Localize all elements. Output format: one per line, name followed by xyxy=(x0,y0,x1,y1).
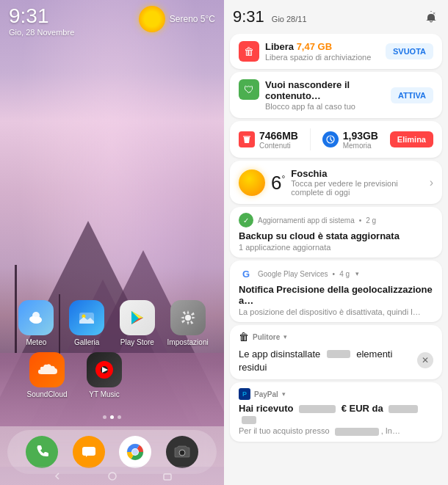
google-notification: G Google Play Services • 4 g ▾ Notifica … xyxy=(230,260,442,322)
page-dot-2 xyxy=(110,415,114,419)
backup-subtitle: 1 applicazione aggiornata xyxy=(239,243,433,252)
paypal-logo-icon: P xyxy=(239,388,250,400)
memory-stat: 1,93GB Memoria xyxy=(322,130,378,150)
weather-condition: Foschia xyxy=(291,168,429,179)
svg-point-12 xyxy=(132,449,138,455)
app-ytmusic[interactable]: YT Music xyxy=(83,352,126,398)
svg-text:✕: ✕ xyxy=(433,11,436,15)
storage-amount: 7,47 GB xyxy=(297,41,332,52)
nav-back[interactable] xyxy=(50,469,65,484)
paypal-header: P PayPal ▾ xyxy=(239,388,433,400)
backup-separator: • xyxy=(359,216,362,225)
pulitore-dropdown-icon[interactable]: ▾ xyxy=(283,333,287,340)
home-nav-bar xyxy=(0,467,224,485)
nav-home[interactable] xyxy=(105,469,120,484)
google-subtitle: La posizione del dispositivo è disattiva… xyxy=(239,307,433,316)
google-title: Notifica Precisione della geolocalizzazi… xyxy=(239,284,433,306)
app-playstore[interactable]: Play Store xyxy=(116,300,159,346)
appblock-text-block: Vuoi nascondere il contenuto… Blocco app… xyxy=(265,79,391,111)
appblock-title: Vuoi nascondere il contenuto… xyxy=(265,79,391,101)
pulitore-text-row: Le app disinstallate elementi residui xyxy=(239,347,417,373)
temp-value: 6 xyxy=(271,172,281,194)
content-stat: 7466MB Contenuti xyxy=(239,130,298,150)
dock-messages[interactable] xyxy=(73,436,105,468)
storage-subtitle: Libera spazio di archiviazione xyxy=(265,53,371,62)
paypal-dropdown-icon[interactable]: ▾ xyxy=(282,390,286,398)
appblock-shield-icon: 🛡 xyxy=(239,79,259,100)
ytmusic-icon xyxy=(87,352,122,387)
google-separator: • xyxy=(333,270,336,278)
nav-recent[interactable] xyxy=(160,469,175,484)
app-row-1: Meteo Galleria xyxy=(11,300,213,346)
paypal-eur-label: € EUR da xyxy=(342,403,383,414)
paypal-subtitle-text: Per il tuo acquisto presso xyxy=(239,426,330,435)
svg-point-3 xyxy=(31,318,41,324)
content-label: Contenuti xyxy=(259,142,298,150)
app-meteo[interactable]: Meteo xyxy=(15,300,57,346)
meteo-label: Meteo xyxy=(26,338,46,346)
backup-source: Aggiornamenti app di sistema xyxy=(258,216,355,225)
home-status-bar: 9:31 Gio, 28 Novembre Sereno 5°C xyxy=(0,0,224,37)
pulitore-title: Le app disinstallate xyxy=(239,349,320,360)
pulitore-source: Pulitore xyxy=(253,333,280,341)
paypal-in-label: , In… xyxy=(381,426,400,435)
notification-panel: 9:31 Gio 28/11 ✕ 🗑 Libera 7,47 xyxy=(224,0,448,485)
home-weather: Sereno 5°C xyxy=(139,6,215,32)
weather-info: 6° Foschia Tocca per vedere le prevision… xyxy=(239,168,430,197)
dock-camera[interactable] xyxy=(166,436,198,468)
pulitore-notification: 🗑 Pulitore ▾ Le app disinstallate elemen… xyxy=(230,325,442,379)
storage-text-block: Libera 7,47 GB Libera spazio di archivia… xyxy=(265,41,371,62)
notif-status-bar: 9:31 Gio 28/11 ✕ xyxy=(224,0,448,31)
backup-check-icon: ✓ xyxy=(239,213,253,227)
svuota-button[interactable]: SVUOTA xyxy=(386,43,433,59)
storage-trash-icon: 🗑 xyxy=(239,41,259,62)
pulitore-close-icon[interactable]: ✕ xyxy=(417,352,433,368)
appblock-info: 🛡 Vuoi nascondere il contenuto… Blocco a… xyxy=(239,79,391,111)
weather-card-content: 6° Foschia Tocca per vedere le prevision… xyxy=(239,168,433,197)
storage-title: Libera 7,47 GB xyxy=(265,41,371,52)
paypal-subtitle: Per il tuo acquisto presso , In… xyxy=(239,426,433,436)
notif-clock: 9:31 xyxy=(233,7,264,26)
page-dot-3 xyxy=(118,415,121,419)
paypal-extra-blur xyxy=(242,416,256,424)
dock-chrome[interactable] xyxy=(119,436,151,468)
storage-notification: 🗑 Libera 7,47 GB Libera spazio di archiv… xyxy=(230,34,442,69)
pulitore-blur-amount xyxy=(327,350,350,358)
home-date: Gio, 28 Novembre xyxy=(9,28,74,37)
temp-unit: ° xyxy=(281,174,285,184)
home-clock: 9:31 xyxy=(9,6,74,26)
app-soundcloud[interactable]: SoundCloud xyxy=(26,352,68,398)
google-icon: G xyxy=(239,266,253,281)
svg-rect-9 xyxy=(82,447,95,456)
soundcloud-label: SoundCloud xyxy=(26,390,67,398)
notification-bell-icon[interactable]: ✕ xyxy=(423,9,439,25)
storage-title-prefix: Libera xyxy=(265,41,297,52)
memory-label: Memoria xyxy=(343,142,378,150)
playstore-icon xyxy=(120,300,155,335)
paypal-merchant-blur xyxy=(335,428,379,436)
app-impostazioni[interactable]: Impostazioni xyxy=(167,300,209,346)
content-amount: 7466MB xyxy=(259,130,298,142)
svg-point-6 xyxy=(185,315,191,321)
weather-description-block: Foschia Tocca per vedere le previsioni c… xyxy=(291,168,429,197)
galleria-icon xyxy=(69,300,104,335)
google-header: G Google Play Services • 4 g ▾ xyxy=(239,266,433,281)
notif-date: Gio 28/11 xyxy=(272,15,307,23)
content-icon xyxy=(239,131,255,147)
elimina-button[interactable]: Elimina xyxy=(390,131,433,147)
weather-chevron-icon[interactable]: › xyxy=(430,176,433,189)
backup-header: ✓ Aggiornamenti app di sistema • 2 g xyxy=(239,213,433,227)
google-dropdown-icon[interactable]: ▾ xyxy=(355,270,359,277)
pulitore-content: Le app disinstallate elementi residui ✕ xyxy=(239,347,433,373)
pulitore-header: 🗑 Pulitore ▾ xyxy=(239,331,433,343)
dock-phone[interactable] xyxy=(26,436,58,468)
app-galleria[interactable]: Galleria xyxy=(65,300,108,346)
impostazioni-label: Impostazioni xyxy=(167,338,209,346)
attiva-button[interactable]: ATTIVA xyxy=(391,87,433,103)
appblock-notification: 🛡 Vuoi nascondere il contenuto… Blocco a… xyxy=(230,72,442,118)
svg-rect-16 xyxy=(164,474,171,480)
backup-time: 2 g xyxy=(366,216,376,225)
page-dot-1 xyxy=(103,415,106,419)
weather-label: Sereno 5°C xyxy=(170,14,215,24)
backup-notification: ✓ Aggiornamenti app di sistema • 2 g Bac… xyxy=(230,207,442,258)
